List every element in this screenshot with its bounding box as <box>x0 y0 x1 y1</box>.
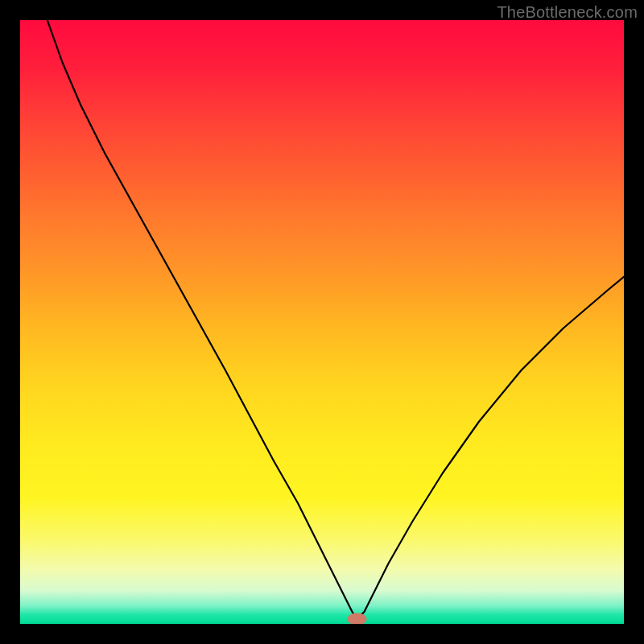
curve-svg <box>20 20 624 624</box>
chart-frame: TheBottleneck.com <box>0 0 644 644</box>
plot-area <box>20 20 624 624</box>
watermark-text: TheBottleneck.com <box>497 3 638 22</box>
bottleneck-curve <box>47 20 624 619</box>
min-marker <box>348 613 367 625</box>
